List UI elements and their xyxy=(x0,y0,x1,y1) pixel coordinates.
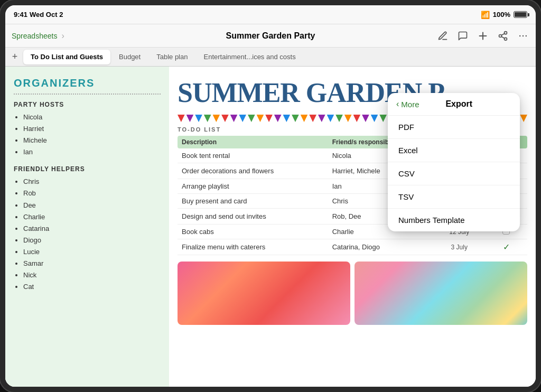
ipad-frame: 9:41 Wed Oct 2 📶 100% Spreadsheets › Sum… xyxy=(0,0,541,392)
bunting-flag xyxy=(265,115,273,122)
svg-point-8 xyxy=(523,35,524,36)
toolbar-right xyxy=(434,30,529,42)
cell-done[interactable]: ✓ xyxy=(485,239,527,255)
export-back-label: More xyxy=(401,100,419,109)
toolbar-left: Spreadsheets › xyxy=(12,31,107,41)
divider xyxy=(14,94,161,95)
battery-icon xyxy=(514,11,527,18)
tab-todo[interactable]: To Do List and Guests xyxy=(23,50,110,64)
export-header: ‹ More Export xyxy=(388,93,520,116)
list-item: Nicola xyxy=(23,111,161,123)
list-item: Chris xyxy=(23,176,161,188)
bunting-flag xyxy=(292,115,299,122)
bunting-flag xyxy=(257,115,264,122)
more-options-icon[interactable] xyxy=(517,30,529,42)
export-excel-button[interactable]: Excel xyxy=(388,139,520,162)
col-header-description: Description xyxy=(178,136,328,148)
party-hosts-title: PARTY HOSTS xyxy=(14,101,161,108)
list-item: Harriet xyxy=(23,123,161,135)
bunting-flag xyxy=(309,115,316,122)
bunting-flag xyxy=(371,115,378,122)
cell-description: Design and send out invites xyxy=(178,209,328,225)
party-hosts-list: Nicola Harriet Michele Ian xyxy=(14,111,161,158)
bunting-flag xyxy=(204,115,211,122)
bunting-flag xyxy=(178,115,185,122)
cell-friend: Catarina, Diogo xyxy=(328,239,434,255)
svg-point-9 xyxy=(526,35,527,36)
svg-line-5 xyxy=(501,36,505,38)
cell-description: Finalize menu with caterers xyxy=(178,239,328,255)
list-item: Charlie xyxy=(23,211,161,223)
export-tsv-button[interactable]: TSV xyxy=(388,185,520,209)
bunting-flag xyxy=(248,115,255,122)
chevron-left-icon: ‹ xyxy=(396,99,399,109)
share-icon[interactable] xyxy=(497,30,509,42)
bunting-flag xyxy=(318,115,325,122)
photo-drink xyxy=(178,262,350,325)
list-item: Diogo xyxy=(23,235,161,246)
toolbar: Spreadsheets › Summer Garden Party xyxy=(5,24,536,48)
list-item: Cat xyxy=(23,281,161,293)
bunting-flag xyxy=(283,115,291,122)
bunting-flag xyxy=(335,115,343,122)
bunting-flag xyxy=(344,115,352,122)
export-back-button[interactable]: ‹ More xyxy=(396,99,419,109)
export-menu-title: Export xyxy=(428,99,490,109)
bunting-flag xyxy=(221,115,229,122)
export-pdf-button[interactable]: PDF xyxy=(388,116,520,139)
bunting-flag xyxy=(301,115,308,122)
export-csv-button[interactable]: CSV xyxy=(388,162,520,185)
date-display: Wed Oct 2 xyxy=(30,11,63,18)
add-sheet-button[interactable] xyxy=(477,30,489,42)
list-item: Dee xyxy=(23,200,161,211)
bunting-flag xyxy=(230,115,238,122)
list-item: Lucie xyxy=(23,246,161,258)
cell-description: Arrange playlist xyxy=(178,179,328,194)
bunting-flag xyxy=(239,115,246,122)
tab-budget[interactable]: Budget xyxy=(111,50,148,64)
friendly-helpers-title: FRIENDLY HELPERS xyxy=(14,165,161,173)
svg-point-7 xyxy=(519,35,521,36)
status-right: 📶 100% xyxy=(481,11,527,19)
cell-description: Book cabs xyxy=(178,225,328,239)
list-item: Catarina xyxy=(23,223,161,235)
bunting-flag xyxy=(213,115,220,122)
cell-description: Book tent rental xyxy=(178,148,328,163)
pencil-icon[interactable] xyxy=(436,30,449,42)
photos-row xyxy=(169,255,536,392)
bunting-flag xyxy=(327,115,334,122)
list-item: Nick xyxy=(23,269,161,281)
export-numbers-button[interactable]: Numbers Template xyxy=(388,209,520,231)
battery-fill xyxy=(515,12,526,17)
add-tab-button[interactable]: + xyxy=(7,50,22,64)
table-row: Finalize menu with caterers Catarina, Di… xyxy=(178,239,527,255)
back-button[interactable]: Spreadsheets xyxy=(12,32,57,40)
list-item: Ian xyxy=(23,146,161,158)
status-left: 9:41 Wed Oct 2 xyxy=(14,11,63,18)
navigate-forward-icon[interactable]: › xyxy=(61,31,64,41)
cell-description: Buy present and card xyxy=(178,194,328,209)
bunting-flag xyxy=(274,115,282,122)
bunting-flag xyxy=(362,115,369,122)
svg-line-6 xyxy=(501,33,505,35)
cell-description: Order decorations and flowers xyxy=(178,163,328,179)
list-item: Rob xyxy=(23,188,161,199)
list-item: Samar xyxy=(23,258,161,269)
tab-tableplan[interactable]: Table plan xyxy=(149,50,195,64)
wifi-icon: 📶 xyxy=(481,11,490,19)
bunting-flag xyxy=(520,115,527,122)
left-panel: ORGANIZERS PARTY HOSTS Nicola Harriet Mi… xyxy=(5,67,169,392)
bunting-flag xyxy=(353,115,361,122)
tab-entertainment[interactable]: Entertainment...ices and costs xyxy=(196,50,303,64)
battery-percent: 100% xyxy=(493,11,510,18)
organizers-title: ORGANIZERS xyxy=(14,77,161,89)
bunting-flag xyxy=(195,115,202,122)
time-display: 9:41 xyxy=(14,11,27,18)
checkmark-icon: ✓ xyxy=(503,242,510,251)
cell-when: 3 July xyxy=(433,239,485,255)
bunting-flag xyxy=(379,115,387,122)
status-bar: 9:41 Wed Oct 2 📶 100% xyxy=(5,5,536,24)
comment-icon[interactable] xyxy=(456,30,469,42)
export-dropdown: ‹ More Export PDF Excel CSV TSV Numbers … xyxy=(388,93,520,231)
photo-balloons xyxy=(355,262,527,325)
